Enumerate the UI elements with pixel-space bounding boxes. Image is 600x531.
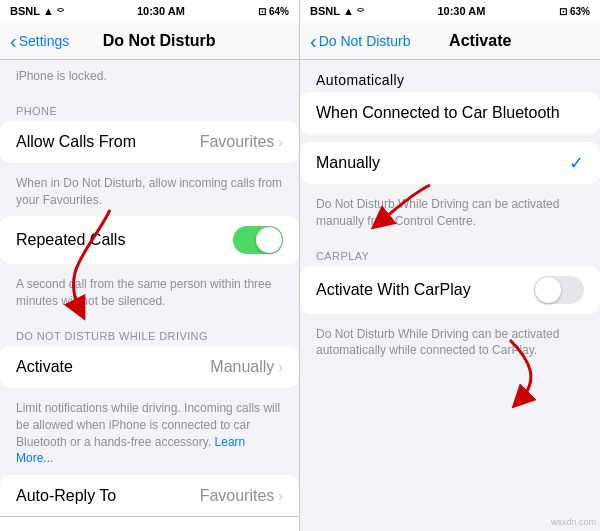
left-time: 10:30 AM [137,5,185,17]
right-status-right: ⊡ 63% [559,6,590,17]
left-carrier: BSNL [10,5,40,17]
auto-reply-to-chevron-icon: › [278,488,283,504]
car-bluetooth-label: When Connected to Car Bluetooth [316,104,560,122]
left-nav-title: Do Not Disturb [29,32,289,50]
left-group-activate: Activate Manually › [0,346,299,388]
left-wifi-icon: ⌔ [57,5,64,17]
allow-calls-value: Favourites › [200,133,283,151]
left-battery-icon: ⊡ [258,6,266,17]
allow-calls-chevron-icon: › [278,134,283,150]
activate-carplay-toggle[interactable] [534,276,584,304]
left-back-chevron-icon: ‹ [10,31,17,51]
auto-reply-item[interactable]: Auto-Reply I'm driving with Do Not Distu… [0,517,299,531]
auto-reply-to-value-text: Favourites [200,487,275,505]
auto-reply-to-item[interactable]: Auto-Reply To Favourites › [0,475,299,517]
repeated-calls-toggle[interactable] [233,226,283,254]
right-group-carplay: Activate With CarPlay [300,266,600,314]
activate-value-text: Manually [210,358,274,376]
right-group-auto: When Connected to Car Bluetooth [300,92,600,134]
manually-label: Manually [316,154,380,172]
watermark: wsxdn.com [551,517,596,527]
right-time: 10:30 AM [437,5,485,17]
left-section-phone-header: PHONE [0,93,299,121]
allow-calls-label: Allow Calls From [16,133,136,151]
activate-carplay-label: Activate With CarPlay [316,281,471,299]
left-signal-icon: ▲ [43,5,54,17]
allow-calls-item[interactable]: Allow Calls From Favourites › [0,121,299,163]
activate-carplay-item[interactable]: Activate With CarPlay [300,266,600,314]
activate-chevron-icon: › [278,359,283,375]
car-bluetooth-item[interactable]: When Connected to Car Bluetooth [300,92,600,134]
activate-value: Manually › [210,358,283,376]
allow-calls-value-text: Favourites [200,133,275,151]
left-intro-text: iPhone is locked. [0,60,299,93]
left-panel: BSNL ▲ ⌔ 10:30 AM ⊡ 64% ‹ Settings Do No… [0,0,300,531]
manually-checkmark-icon: ✓ [569,152,584,174]
right-status-left: BSNL ▲ ⌔ [310,5,364,17]
right-battery-icon: ⊡ [559,6,567,17]
repeated-calls-item[interactable]: Repeated Calls [0,216,299,264]
right-wifi-icon: ⌔ [357,5,364,17]
right-panel: BSNL ▲ ⌔ 10:30 AM ⊡ 63% ‹ Do Not Disturb… [300,0,600,531]
left-status-left: BSNL ▲ ⌔ [10,5,64,17]
left-section-dnd-header: DO NOT DISTURB WHILE DRIVING [0,318,299,346]
right-status-bar: BSNL ▲ ⌔ 10:30 AM ⊡ 63% [300,0,600,22]
carplay-desc: Do Not Disturb While Driving can be acti… [300,322,600,368]
left-status-bar: BSNL ▲ ⌔ 10:30 AM ⊡ 64% [0,0,299,22]
right-signal-icon: ▲ [343,5,354,17]
left-group-auto-reply: Auto-Reply To Favourites › Auto-Reply I'… [0,475,299,531]
auto-reply-to-value: Favourites › [200,487,283,505]
left-group-repeated-calls: Repeated Calls [0,216,299,264]
activate-item[interactable]: Activate Manually › [0,346,299,388]
repeated-calls-toggle-knob [256,227,282,253]
right-nav-title: Activate [370,32,590,50]
right-group-manually: Manually ✓ [300,142,600,184]
left-content: iPhone is locked. PHONE Allow Calls From… [0,60,299,531]
activate-desc: Limit notifications while driving. Incom… [0,396,299,475]
right-battery-pct: 63% [570,6,590,17]
left-nav-bar: ‹ Settings Do Not Disturb [0,22,299,60]
manually-desc: Do Not Disturb While Driving can be acti… [300,192,600,238]
left-group-allow-calls: Allow Calls From Favourites › [0,121,299,163]
right-section-carplay-header: CARPLAY [300,238,600,266]
learn-more-link[interactable]: Learn More... [16,435,245,466]
right-section-auto-header: Automatically [300,60,600,88]
activate-carplay-toggle-knob [535,277,561,303]
right-carrier: BSNL [310,5,340,17]
manually-item[interactable]: Manually ✓ [300,142,600,184]
activate-label: Activate [16,358,73,376]
right-content: Automatically When Connected to Car Blue… [300,60,600,531]
left-battery-pct: 64% [269,6,289,17]
repeated-calls-desc: A second call from the same person withi… [0,272,299,318]
left-status-right: ⊡ 64% [258,6,289,17]
allow-calls-desc: When in Do Not Disturb, allow incoming c… [0,171,299,217]
right-nav-bar: ‹ Do Not Disturb Activate [300,22,600,60]
right-back-chevron-icon: ‹ [310,31,317,51]
repeated-calls-label: Repeated Calls [16,231,125,249]
auto-reply-to-label: Auto-Reply To [16,487,116,505]
